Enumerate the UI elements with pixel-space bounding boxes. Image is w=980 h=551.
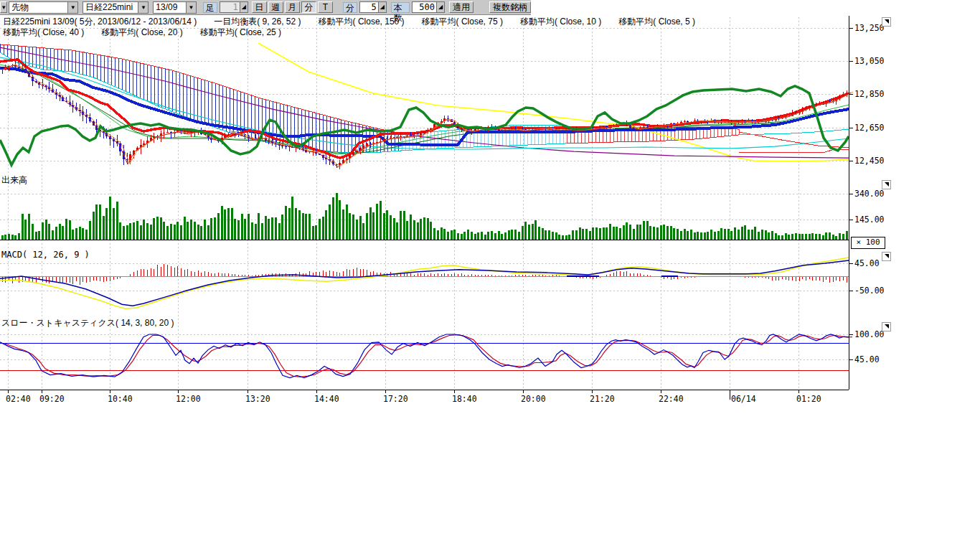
axis-label: 17:20 bbox=[383, 394, 408, 404]
axis-label: 02:40 bbox=[6, 394, 31, 404]
axis-label: 20:00 bbox=[521, 394, 546, 404]
resize-arrow-icon bbox=[885, 182, 889, 187]
axis-label: 22:40 bbox=[659, 394, 684, 404]
axis-label: 10:40 bbox=[108, 394, 133, 404]
axis-label: 21:20 bbox=[590, 394, 615, 404]
volume-panel-label: 出来高 bbox=[1, 174, 27, 187]
legend-item: 一目均衡表( 9, 26, 52 ) bbox=[214, 17, 301, 27]
axis-label: 100.00 bbox=[854, 329, 885, 339]
axis-label: 18:40 bbox=[452, 394, 477, 404]
legend-line-2: 移動平均( Close, 40 )移動平均( Close, 20 )移動平均( … bbox=[3, 27, 298, 39]
panel-resize-button[interactable] bbox=[882, 180, 891, 189]
axis-label: 13,050 bbox=[854, 56, 885, 66]
resize-arrow-icon bbox=[885, 324, 889, 329]
legend-item: 移動平均( Close, 40 ) bbox=[3, 27, 84, 37]
axis-label: 12,650 bbox=[854, 123, 885, 133]
volume-bars bbox=[1, 193, 848, 240]
axis-label: -50.00 bbox=[854, 286, 885, 296]
resize-arrow-icon bbox=[885, 254, 889, 258]
axis-label: 14:40 bbox=[314, 394, 339, 404]
legend-item: 日経225mini 13/09( 5分, 2013/06/12 - 2013/0… bbox=[3, 17, 197, 27]
chart-canvas: 13,25013,05012,85012,65012,450340.00145.… bbox=[0, 0, 980, 551]
axis-label: 145.00 bbox=[854, 215, 885, 225]
panel-resize-button[interactable] bbox=[882, 322, 891, 331]
panel-resize-button[interactable] bbox=[882, 252, 891, 261]
axis-label: 45.00 bbox=[854, 258, 880, 268]
legend-item: 移動平均( Close, 5 ) bbox=[618, 17, 695, 27]
legend-item: 移動平均( Close, 75 ) bbox=[422, 17, 503, 27]
legend-item: 移動平均( Close, 20 ) bbox=[101, 27, 182, 37]
axis-label: 13,250 bbox=[854, 23, 885, 33]
volume-multiplier-badge: × 100 bbox=[851, 237, 885, 249]
axis-label: 340.00 bbox=[854, 189, 885, 199]
axis-label: 12:00 bbox=[176, 394, 201, 404]
resize-arrow-icon bbox=[885, 19, 889, 24]
legend-item: 移動平均( Close, 150 ) bbox=[319, 17, 405, 27]
axis-label: 12,450 bbox=[854, 156, 885, 166]
axis-label: 06/14 bbox=[731, 394, 756, 404]
axis-label: 12,850 bbox=[854, 89, 885, 99]
macd-panel-label: MACD( 12, 26, 9 ) bbox=[1, 250, 90, 260]
panel-resize-button[interactable] bbox=[882, 17, 891, 27]
axis-label: 09:20 bbox=[39, 394, 65, 404]
axis-label: 45.00 bbox=[854, 354, 880, 364]
gridlines bbox=[0, 17, 849, 390]
axis-label: 01:20 bbox=[796, 394, 821, 404]
stochastics-panel-label: スロー・ストキャスティクス( 14, 3, 80, 20 ) bbox=[1, 317, 174, 329]
axis-label: 13:20 bbox=[245, 394, 270, 404]
legend-item: 移動平均( Close, 25 ) bbox=[200, 27, 281, 37]
legend-item: 移動平均( Close, 10 ) bbox=[520, 17, 601, 27]
